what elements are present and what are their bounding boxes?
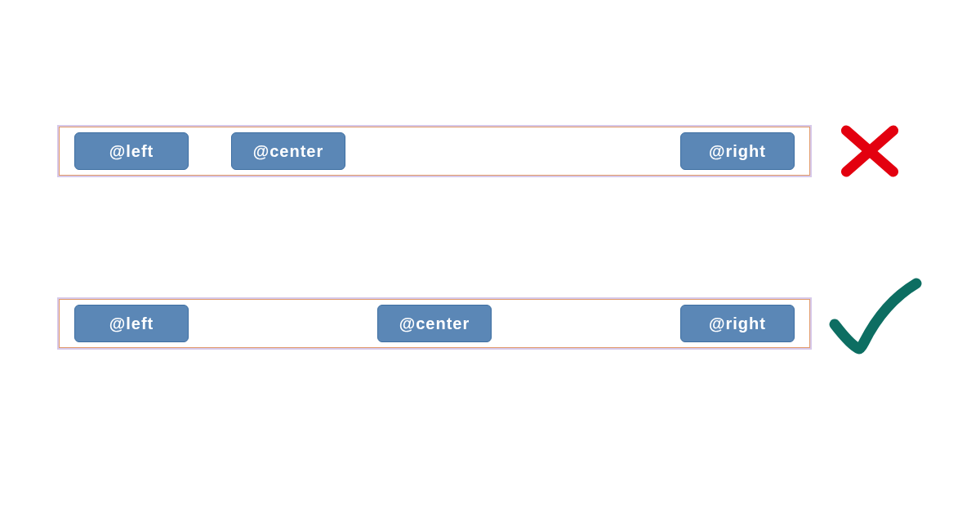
example-correct: @left @center @right bbox=[59, 299, 810, 348]
cross-icon bbox=[833, 114, 906, 188]
layout-frame-correct: @left @center @right bbox=[59, 299, 810, 348]
left-button[interactable]: @left bbox=[74, 305, 189, 342]
check-icon bbox=[825, 274, 923, 364]
right-button[interactable]: @right bbox=[680, 132, 795, 170]
center-button[interactable]: @center bbox=[231, 132, 345, 170]
example-incorrect: @left @center @right bbox=[59, 127, 810, 176]
left-button[interactable]: @left bbox=[74, 132, 189, 170]
right-button[interactable]: @right bbox=[680, 305, 795, 342]
center-button[interactable]: @center bbox=[377, 305, 492, 342]
layout-frame-incorrect: @left @center @right bbox=[59, 127, 810, 176]
